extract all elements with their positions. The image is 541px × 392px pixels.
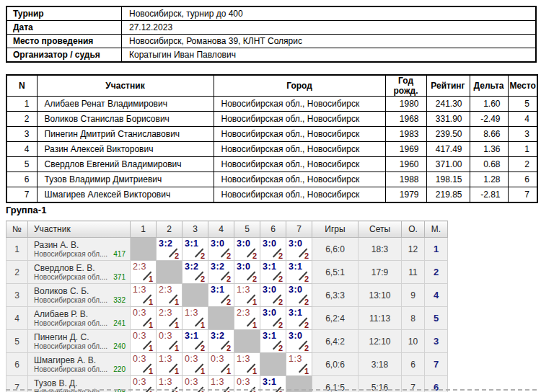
match-score: 3:0 (289, 285, 303, 295)
match-score: 1:3 (185, 308, 198, 318)
match-score: 0:3 (185, 354, 198, 364)
group-participant-cell: Воликов С. Б.Новосибирская обл....332 (28, 284, 131, 307)
participant-place: 1 (508, 142, 537, 157)
match-score: 1:3 (159, 377, 172, 387)
match-score: 1:3 (133, 285, 146, 295)
match-points: 1 (252, 298, 257, 306)
group-col-opponent: 6 (260, 221, 286, 238)
participant-name: Разин Алексей Викторович (37, 142, 214, 157)
participant-row: 4Разин Алексей ВикторовичНовосибирская о… (6, 142, 537, 157)
match-result-cell: 3:02 (260, 307, 286, 330)
participant-name: Свердлов Евгений Владимирович (37, 157, 214, 172)
match-self-cell (182, 284, 208, 307)
info-value: Новосибирск, турнир до 400 (122, 6, 537, 21)
match-result-cell: 3:02 (234, 261, 260, 284)
group-row: 5Пинегин Д. С.Новосибирская обл....2400:… (6, 330, 448, 353)
group-points-total: 9 (402, 284, 425, 307)
group-participant-name: Разин А. В. (34, 240, 127, 250)
group-place: 4 (425, 284, 448, 307)
match-score: 3:1 (263, 262, 277, 272)
match-result-cell: 3:02 (208, 238, 234, 261)
group-place: 1 (425, 238, 448, 261)
group-participant-region: Новосибирская обл.... (34, 319, 107, 328)
participant-city: Новосибирская обл., Новосибирск (214, 172, 385, 187)
match-score: 3:0 (289, 331, 303, 341)
participant-city: Новосибирская обл., Новосибирск (214, 187, 385, 203)
group-col-place: М. (425, 221, 448, 238)
group-participant-subline: Новосибирская обл....241 (34, 319, 127, 328)
participant-place: 3 (508, 127, 537, 142)
participant-name: Алибаев Ренат Владимирович (37, 97, 214, 112)
match-points: 2 (175, 251, 179, 260)
match-points: 2 (278, 321, 283, 329)
match-result-cell: 1:31 (157, 353, 182, 376)
match-self-cell (131, 238, 157, 261)
group-place: 5 (425, 307, 448, 330)
match-result-cell: 3:02 (286, 330, 312, 353)
match-result-cell: 3:02 (286, 284, 312, 307)
participants-col-header: Год рожд. (385, 75, 426, 97)
match-result-cell: 3:12 (208, 284, 234, 307)
match-points: 2 (226, 344, 231, 352)
match-result-cell: 0:31 (131, 307, 157, 330)
match-score: 3:1 (185, 239, 199, 249)
group-points-total: 6 (402, 353, 425, 376)
group-participant-name: Шмагирев А. В. (34, 355, 127, 365)
group-sets-total: 11:13 (359, 307, 402, 330)
match-result-cell: 3:12 (182, 238, 208, 261)
group-participant-subline: Новосибирская обл....240 (34, 342, 127, 351)
match-result-cell: 3:12 (286, 307, 312, 330)
participant-row: 7Шмагирев Алексей ВикторовичНовосибирска… (6, 187, 537, 203)
group-row-number: 2 (6, 261, 28, 284)
group-col-points: О. (402, 221, 425, 238)
group-points-total: 11 (402, 261, 425, 284)
participant-year: 1968 (385, 112, 426, 127)
group-row: 3Воликов С. Б.Новосибирская обл....3321:… (6, 284, 448, 307)
group-row-number: 3 (6, 284, 28, 307)
match-points: 1 (149, 298, 153, 306)
match-result-cell: 3:02 (260, 284, 286, 307)
group-row-number: 5 (6, 330, 28, 353)
match-result-cell: 1:31 (131, 284, 157, 307)
match-points: 2 (226, 251, 231, 260)
participant-number: 3 (6, 127, 37, 142)
match-result-cell: 3:02 (286, 238, 312, 261)
group-sets-total: 3:18 (359, 353, 402, 376)
group-participant-rating: 417 (113, 250, 127, 259)
group-participant-subline: Новосибирская обл....220 (34, 365, 127, 374)
participant-row: 1Алибаев Ренат ВладимировичНовосибирская… (6, 97, 537, 112)
participants-col-header: Дельта (470, 75, 508, 97)
participant-place: 6 (508, 172, 537, 187)
participant-year: 1980 (385, 97, 426, 112)
group-participant-subline: Новосибирская обл....417 (34, 250, 127, 259)
match-points: 1 (201, 321, 205, 329)
match-score: 3:0 (237, 262, 251, 272)
participant-delta: 1.60 (470, 97, 508, 112)
participant-rating: 371.00 (426, 157, 470, 172)
group-results-table: №Участник1234567ИгрыСетыО.М. 1Разин А. В… (6, 220, 448, 392)
group-games-total: 6,2:4 (312, 307, 359, 330)
match-result-cell: 3:22 (182, 261, 208, 284)
match-result-cell: 0:31 (182, 353, 208, 376)
group-row-number: 6 (6, 353, 28, 376)
info-value: Коратыгин Иван Павлович (122, 48, 537, 63)
match-score: 1:3 (211, 377, 224, 387)
match-result-cell: 2:31 (157, 307, 182, 330)
participant-number: 5 (6, 157, 37, 172)
match-points: 1 (175, 321, 179, 329)
match-score: 3:1 (289, 262, 303, 272)
participant-delta: -2.81 (470, 187, 508, 203)
match-score: 2:3 (159, 285, 172, 295)
match-score: 3:2 (185, 262, 199, 272)
group-participant-name: Пинегин Д. С. (34, 332, 127, 342)
match-result-cell: 3:22 (157, 238, 182, 261)
participant-delta: 8.66 (470, 127, 508, 142)
match-result-cell: 1:31 (234, 353, 260, 376)
match-score: 3:2 (211, 331, 225, 341)
group-points-total: 10 (402, 330, 425, 353)
participant-city: Новосибирская обл., Новосибирск (214, 97, 385, 112)
group-participant-region: Новосибирская обл.... (34, 296, 107, 305)
match-points: 1 (175, 344, 179, 352)
group-participant-region: Новосибирская обл.... (34, 342, 107, 351)
match-points: 2 (304, 251, 309, 260)
